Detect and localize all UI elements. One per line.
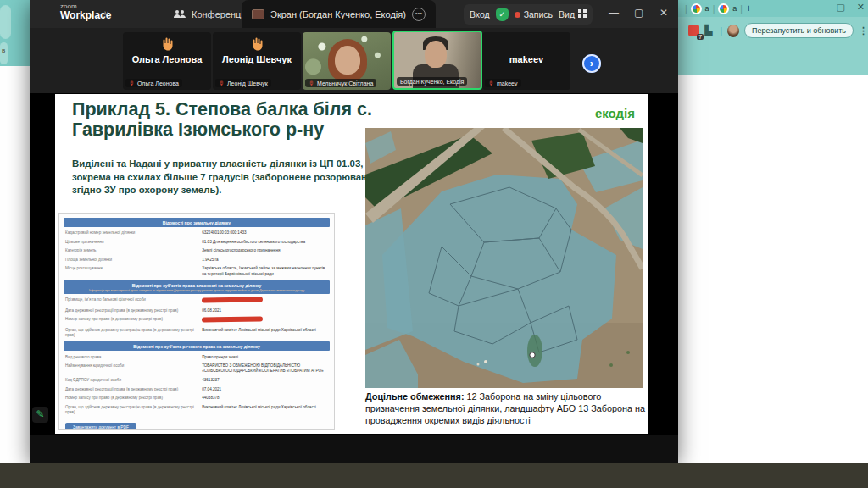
doc-section-header: Відомості про суб'єкта речового права на… bbox=[64, 341, 330, 351]
muted-mic-icon: 🎙 bbox=[309, 80, 314, 86]
google-favicon[interactable] bbox=[718, 3, 729, 14]
doc-row: Категорія земельЗемлі сільськогосподарсь… bbox=[64, 247, 330, 256]
doc-row: Орган, що здійснив державну реєстрацію п… bbox=[64, 326, 330, 341]
zoom-window: zoom Workplace ˅ Конференция Экран (Богд… bbox=[30, 0, 678, 463]
browser-toolbar: 7 ▙ | Перезапустить и обновить ⋮ bbox=[678, 19, 868, 42]
download-pdf-button: Завантажити документ в PDF bbox=[65, 423, 136, 430]
restart-update-button[interactable]: Перезапустить и обновить bbox=[744, 23, 854, 38]
muted-mic-icon: 🎙 bbox=[219, 80, 225, 86]
doc-row: Номер запису про право (в державному реє… bbox=[64, 394, 330, 403]
slide-body-text: Виділені та Надані у приватну власність … bbox=[72, 158, 392, 197]
annotation-pencil-icon[interactable]: ✎ bbox=[32, 407, 48, 423]
raised-hand-icon bbox=[161, 37, 174, 51]
participant-label: 🎙Ольга Леонова bbox=[125, 79, 182, 87]
doc-section-parcel: Кадастровий номер земельної ділянки63224… bbox=[64, 229, 330, 279]
participant-name: Леонід Шевчук bbox=[213, 54, 301, 64]
security-shield-icon[interactable]: ✓ bbox=[496, 8, 509, 21]
participant-label: 🎙makeev bbox=[485, 79, 521, 87]
meeting-status-controls: Вход ✓ Запись Вид bbox=[464, 4, 593, 25]
tab-screen-share[interactable]: Экран (Богдан Кученко, Екодія) ••• bbox=[242, 0, 436, 28]
doc-section-header: Відомості про суб'єктів права власності … bbox=[64, 280, 330, 294]
edge-text-fragment: в bbox=[2, 47, 5, 54]
shared-screen-area: ✎ Приклад 5. Степова балка біля с. Гаври… bbox=[30, 93, 678, 435]
muted-mic-icon: 🎙 bbox=[129, 80, 135, 86]
zoom-titlebar[interactable]: zoom Workplace ˅ Конференция Экран (Богд… bbox=[30, 0, 678, 28]
background-browser: | a | a | + — ▢ ✕ 7 ▙ | Перезапустить и … bbox=[678, 0, 868, 463]
recording-indicator[interactable]: Запись bbox=[515, 9, 553, 19]
raised-hand-icon bbox=[251, 37, 264, 51]
browser-profile-avatar[interactable] bbox=[727, 25, 739, 37]
cadastral-extract-image: Відомості про земельну ділянку Кадастров… bbox=[58, 213, 335, 430]
record-dot-icon bbox=[515, 12, 520, 18]
doc-row: Код ЄДРПОУ юридичної особи43613237 bbox=[64, 376, 330, 385]
new-tab-button[interactable]: + bbox=[746, 3, 752, 14]
doc-section-header: Відомості про земельну ділянку bbox=[64, 218, 330, 227]
doc-section-ownership: Прізвище, ім'я та по батькові фізичної о… bbox=[64, 296, 330, 340]
edge-decoration bbox=[0, 5, 11, 39]
participant-video-face bbox=[335, 46, 360, 75]
zoom-minimize-button[interactable]: — bbox=[609, 7, 619, 19]
browser-menu-icon[interactable]: ⋮ bbox=[859, 25, 868, 36]
satellite-map-image bbox=[365, 128, 643, 388]
next-participants-button[interactable]: › bbox=[582, 54, 601, 73]
slide-caption: Доцільне обмеження: 12 Заборона на зміну… bbox=[365, 391, 648, 426]
login-button[interactable]: Вход bbox=[470, 9, 490, 19]
background-window-edge bbox=[0, 0, 30, 66]
doc-row: Місце розташуванняХарківська область, Із… bbox=[64, 264, 330, 279]
zoom-toolbar: Звук Видео 212 Участники Чат bbox=[30, 435, 678, 463]
extensions-puzzle-icon[interactable]: ▙ bbox=[704, 25, 715, 36]
participant-tile[interactable]: makeev 🎙makeev bbox=[482, 32, 570, 90]
participant-label: Богдан Кученко, Екодія bbox=[397, 77, 467, 86]
participant-label: 🎙Мельничук Світлана bbox=[305, 79, 376, 87]
background-page-edge bbox=[0, 66, 30, 463]
doc-section-subtitle: Інформація про зареєстровані права навед… bbox=[65, 289, 328, 292]
map-marker bbox=[530, 352, 535, 358]
browser-close-button[interactable]: ✕ bbox=[857, 2, 865, 13]
doc-row: Кадастровий номер земельної ділянки63224… bbox=[64, 229, 330, 238]
grid-view-icon bbox=[578, 9, 587, 18]
redaction-mark bbox=[202, 317, 263, 323]
tab-separator: | bbox=[740, 4, 743, 14]
tab-separator: | bbox=[713, 4, 715, 14]
browser-tab[interactable]: a bbox=[705, 4, 709, 13]
participant-name: makeev bbox=[482, 54, 570, 64]
doc-row: Вид речового праваПраво оренди землі bbox=[64, 352, 330, 362]
screen-tab-label: Экран (Богдан Кученко, Екодія) bbox=[270, 9, 406, 19]
participant-video-face bbox=[425, 41, 447, 68]
redaction-mark bbox=[202, 297, 263, 303]
muted-mic-icon: 🎙 bbox=[488, 80, 494, 86]
participant-label: 🎙Леонід Шевчук bbox=[215, 79, 271, 87]
presentation-slide: Приклад 5. Степова балка біля с. Гаврилі… bbox=[55, 94, 648, 434]
doc-row: Орган, що здійснив державну реєстрацію п… bbox=[64, 402, 330, 417]
doc-row: Прізвище, ім'я та по батькові фізичної о… bbox=[64, 296, 330, 307]
participant-tile-video[interactable]: 🎙Мельничук Світлана bbox=[303, 32, 391, 90]
zoom-close-button[interactable]: ✕ bbox=[659, 7, 668, 19]
tab-options-icon[interactable]: ••• bbox=[412, 8, 426, 21]
doc-section-lease: Вид речового праваПраво оренди земліНайм… bbox=[64, 352, 330, 417]
doc-row: Площа земельної ділянки1.9425 га bbox=[64, 256, 330, 265]
participant-name: Ольга Леонова bbox=[123, 54, 211, 64]
browser-maximize-button[interactable]: ▢ bbox=[836, 2, 844, 13]
toolbar-separator: | bbox=[720, 26, 722, 36]
zoom-maximize-button[interactable]: ▢ bbox=[634, 7, 643, 19]
participant-tile-active-speaker[interactable]: Богдан Кученко, Екодія bbox=[392, 30, 482, 90]
google-favicon[interactable] bbox=[691, 3, 702, 14]
doc-row: Цільове призначення01.03 Для ведення осо… bbox=[64, 238, 330, 247]
browser-minimize-button[interactable]: — bbox=[815, 2, 824, 13]
doc-row: Номер запису про право (в державному реє… bbox=[64, 315, 330, 326]
browser-window-controls: — ▢ ✕ bbox=[815, 2, 865, 13]
doc-row: Дата державної реєстрації права (в держа… bbox=[64, 385, 330, 394]
view-button[interactable]: Вид bbox=[559, 9, 587, 19]
adblock-extension-icon[interactable]: 7 bbox=[688, 25, 699, 36]
browser-tab[interactable]: a bbox=[732, 4, 737, 13]
doc-row: Дата державної реєстрації права (в держа… bbox=[64, 307, 330, 316]
ecodia-logo: екодія bbox=[595, 106, 635, 120]
extension-badge: 7 bbox=[697, 34, 704, 40]
participant-tile[interactable]: Леонід Шевчук 🎙Леонід Шевчук bbox=[213, 32, 301, 90]
doc-row: Найменування юридичної особиТОВАРИСТВО З… bbox=[64, 362, 330, 376]
chevron-down-icon[interactable]: ˅ bbox=[104, 9, 108, 18]
participant-tile[interactable]: Ольга Леонова 🎙Ольга Леонова bbox=[123, 32, 211, 90]
screen-icon bbox=[252, 9, 264, 19]
desktop: | a | a | + — ▢ ✕ 7 ▙ | Перезапустить и … bbox=[0, 0, 868, 488]
people-icon bbox=[174, 9, 186, 19]
